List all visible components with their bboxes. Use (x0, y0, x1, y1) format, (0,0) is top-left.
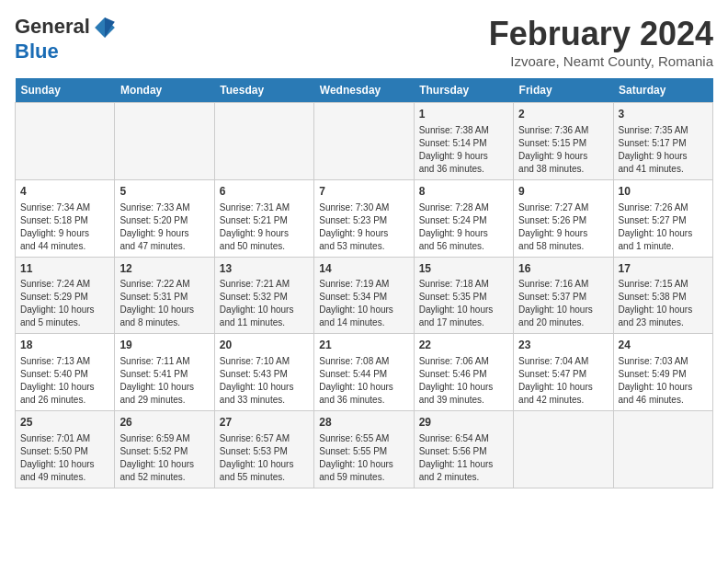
day-info: Sunrise: 7:34 AMSunset: 5:18 PMDaylight:… (20, 201, 109, 253)
day-number: 23 (518, 338, 608, 353)
calendar-cell: 28Sunrise: 6:55 AMSunset: 5:55 PMDayligh… (314, 411, 414, 488)
calendar-cell: 1Sunrise: 7:38 AMSunset: 5:14 PMDaylight… (414, 103, 513, 180)
weekday-header-saturday: Saturday (613, 78, 712, 103)
day-info: Sunrise: 6:55 AMSunset: 5:55 PMDaylight:… (319, 432, 408, 484)
day-info: Sunrise: 7:21 AMSunset: 5:32 PMDaylight:… (220, 278, 309, 329)
day-number: 8 (419, 184, 508, 200)
day-info: Sunrise: 6:59 AMSunset: 5:52 PMDaylight:… (119, 432, 209, 484)
day-number: 24 (619, 338, 708, 353)
day-number: 25 (20, 415, 109, 431)
calendar-cell: 13Sunrise: 7:21 AMSunset: 5:32 PMDayligh… (214, 257, 313, 334)
calendar-cell (115, 103, 214, 180)
day-number: 12 (119, 261, 209, 277)
calendar-cell: 17Sunrise: 7:15 AMSunset: 5:38 PMDayligh… (613, 257, 712, 334)
calendar-cell: 14Sunrise: 7:19 AMSunset: 5:34 PMDayligh… (314, 257, 414, 334)
calendar-cell: 24Sunrise: 7:03 AMSunset: 5:49 PMDayligh… (613, 334, 712, 411)
day-number: 20 (220, 338, 309, 353)
calendar-cell: 18Sunrise: 7:13 AMSunset: 5:40 PMDayligh… (16, 334, 115, 411)
weekday-header-tuesday: Tuesday (214, 78, 313, 103)
day-info: Sunrise: 7:16 AMSunset: 5:37 PMDaylight:… (518, 278, 608, 329)
day-number: 19 (119, 338, 209, 353)
day-info: Sunrise: 7:28 AMSunset: 5:24 PMDaylight:… (419, 201, 508, 253)
day-number: 11 (20, 261, 109, 277)
weekday-header-row: SundayMondayTuesdayWednesdayThursdayFrid… (16, 78, 713, 103)
logo-blue-text: Blue (15, 40, 59, 63)
calendar-cell: 2Sunrise: 7:36 AMSunset: 5:15 PMDaylight… (514, 103, 613, 180)
calendar-cell: 23Sunrise: 7:04 AMSunset: 5:47 PMDayligh… (514, 334, 613, 411)
day-number: 1 (419, 107, 508, 122)
day-number: 28 (319, 415, 408, 431)
day-info: Sunrise: 7:31 AMSunset: 5:21 PMDaylight:… (220, 201, 309, 253)
calendar-cell: 19Sunrise: 7:11 AMSunset: 5:41 PMDayligh… (115, 334, 214, 411)
calendar-cell: 11Sunrise: 7:24 AMSunset: 5:29 PMDayligh… (16, 257, 115, 334)
day-number: 7 (319, 184, 408, 200)
day-info: Sunrise: 7:36 AMSunset: 5:15 PMDaylight:… (518, 124, 608, 176)
day-info: Sunrise: 7:15 AMSunset: 5:38 PMDaylight:… (619, 278, 708, 329)
weekday-header-sunday: Sunday (16, 78, 115, 103)
day-info: Sunrise: 7:04 AMSunset: 5:47 PMDaylight:… (518, 355, 608, 407)
calendar-cell: 21Sunrise: 7:08 AMSunset: 5:44 PMDayligh… (314, 334, 414, 411)
calendar-cell: 9Sunrise: 7:27 AMSunset: 5:26 PMDaylight… (514, 179, 613, 257)
day-number: 2 (518, 107, 608, 122)
day-number: 10 (619, 184, 708, 200)
weekday-header-thursday: Thursday (414, 78, 513, 103)
day-number: 14 (319, 261, 408, 277)
day-info: Sunrise: 7:27 AMSunset: 5:26 PMDaylight:… (518, 201, 608, 253)
calendar-cell (214, 103, 313, 180)
day-info: Sunrise: 7:24 AMSunset: 5:29 PMDaylight:… (20, 278, 109, 329)
weekday-header-monday: Monday (115, 78, 214, 103)
day-number: 3 (619, 107, 708, 122)
calendar-cell (16, 103, 115, 180)
day-info: Sunrise: 7:35 AMSunset: 5:17 PMDaylight:… (619, 124, 708, 176)
calendar-cell: 15Sunrise: 7:18 AMSunset: 5:35 PMDayligh… (414, 257, 513, 334)
day-number: 9 (518, 184, 608, 200)
day-info: Sunrise: 7:30 AMSunset: 5:23 PMDaylight:… (319, 201, 408, 253)
calendar-cell: 27Sunrise: 6:57 AMSunset: 5:53 PMDayligh… (214, 411, 313, 488)
day-info: Sunrise: 7:06 AMSunset: 5:46 PMDaylight:… (419, 355, 508, 407)
calendar-week-row: 18Sunrise: 7:13 AMSunset: 5:40 PMDayligh… (16, 334, 713, 411)
day-info: Sunrise: 7:18 AMSunset: 5:35 PMDaylight:… (419, 278, 508, 329)
calendar-cell: 7Sunrise: 7:30 AMSunset: 5:23 PMDaylight… (314, 179, 414, 257)
day-number: 15 (419, 261, 508, 277)
calendar-cell: 22Sunrise: 7:06 AMSunset: 5:46 PMDayligh… (414, 334, 513, 411)
month-title: February 2024 (489, 15, 713, 53)
calendar-week-row: 1Sunrise: 7:38 AMSunset: 5:14 PMDaylight… (16, 103, 713, 180)
calendar-cell (514, 411, 613, 488)
day-info: Sunrise: 7:13 AMSunset: 5:40 PMDaylight:… (20, 355, 109, 407)
logo-general-text: General (15, 15, 90, 38)
day-number: 29 (419, 415, 508, 431)
weekday-header-wednesday: Wednesday (314, 78, 414, 103)
calendar-cell: 3Sunrise: 7:35 AMSunset: 5:17 PMDaylight… (613, 103, 712, 180)
day-info: Sunrise: 7:03 AMSunset: 5:49 PMDaylight:… (619, 355, 708, 407)
calendar-cell: 29Sunrise: 6:54 AMSunset: 5:56 PMDayligh… (414, 411, 513, 488)
day-number: 18 (20, 338, 109, 353)
day-number: 26 (119, 415, 209, 431)
calendar-cell: 5Sunrise: 7:33 AMSunset: 5:20 PMDaylight… (115, 179, 214, 257)
calendar-cell: 4Sunrise: 7:34 AMSunset: 5:18 PMDaylight… (16, 179, 115, 257)
day-info: Sunrise: 7:38 AMSunset: 5:14 PMDaylight:… (419, 124, 508, 176)
calendar-cell (613, 411, 712, 488)
day-number: 5 (119, 184, 209, 200)
day-info: Sunrise: 7:22 AMSunset: 5:31 PMDaylight:… (119, 278, 209, 329)
calendar-week-row: 4Sunrise: 7:34 AMSunset: 5:18 PMDaylight… (16, 179, 713, 257)
day-number: 16 (518, 261, 608, 277)
calendar-table: SundayMondayTuesdayWednesdayThursdayFrid… (15, 78, 713, 488)
calendar-cell: 12Sunrise: 7:22 AMSunset: 5:31 PMDayligh… (115, 257, 214, 334)
day-info: Sunrise: 7:10 AMSunset: 5:43 PMDaylight:… (220, 355, 309, 407)
location-title: Izvoare, Neamt County, Romania (489, 53, 713, 69)
day-info: Sunrise: 7:26 AMSunset: 5:27 PMDaylight:… (619, 201, 708, 253)
logo: General Blue (15, 15, 119, 63)
calendar-cell: 20Sunrise: 7:10 AMSunset: 5:43 PMDayligh… (214, 334, 313, 411)
day-info: Sunrise: 7:33 AMSunset: 5:20 PMDaylight:… (119, 201, 209, 253)
day-number: 21 (319, 338, 408, 353)
weekday-header-friday: Friday (514, 78, 613, 103)
day-number: 4 (20, 184, 109, 200)
calendar-cell: 8Sunrise: 7:28 AMSunset: 5:24 PMDaylight… (414, 179, 513, 257)
day-number: 27 (220, 415, 309, 431)
calendar-cell: 16Sunrise: 7:16 AMSunset: 5:37 PMDayligh… (514, 257, 613, 334)
day-info: Sunrise: 6:54 AMSunset: 5:56 PMDaylight:… (419, 432, 508, 484)
calendar-cell: 26Sunrise: 6:59 AMSunset: 5:52 PMDayligh… (115, 411, 214, 488)
day-info: Sunrise: 7:08 AMSunset: 5:44 PMDaylight:… (319, 355, 408, 407)
day-number: 6 (220, 184, 309, 200)
day-number: 22 (419, 338, 508, 353)
